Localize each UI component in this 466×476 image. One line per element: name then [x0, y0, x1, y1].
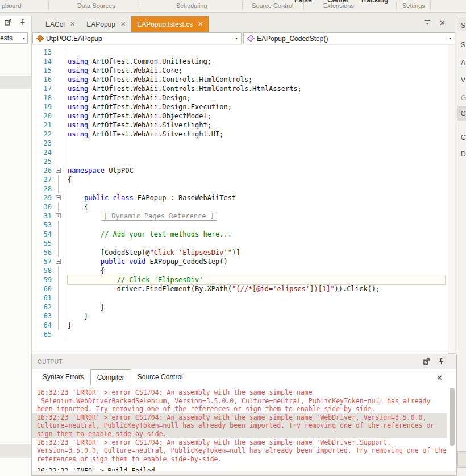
code-line: 23 — [32, 139, 455, 148]
code-token: EAPopup : BaseWebAiiTest — [134, 194, 236, 202]
right-rail-tab[interactable]: S — [461, 22, 465, 30]
gutter-separator — [64, 130, 64, 139]
tabstrip-close-icon[interactable]: ✕ — [439, 19, 446, 27]
line-number: 27 — [32, 175, 54, 184]
ribbon-separator — [396, 2, 397, 10]
document-tab[interactable]: EACol✕ — [40, 16, 81, 32]
output-tab-syntax-errors[interactable]: Syntax Errors — [36, 369, 90, 385]
code-line: 22using ArtOfTest.WebAii.Silverlight.UI; — [32, 130, 455, 139]
output-entry-error[interactable]: 16:32:23 'ERROR' > error CS1704: An asse… — [37, 388, 447, 413]
line-number: 53 — [32, 221, 54, 230]
gutter-separator — [64, 312, 64, 321]
fold-column — [54, 48, 64, 57]
code-token: ArtOfTest.WebAii.Silverlight.UI; — [92, 130, 223, 138]
document-tab[interactable]: EAPopup✕ — [81, 16, 131, 32]
right-rail-tab[interactable]: V — [461, 76, 465, 84]
fold-column — [54, 175, 64, 184]
gutter-separator — [64, 184, 64, 193]
output-tab-compiler[interactable]: Compiler — [90, 369, 131, 385]
code-text: [ Dynamic Pages Reference ] — [68, 212, 445, 221]
code-token: using — [68, 76, 92, 84]
line-number: 22 — [32, 130, 54, 139]
code-line: 56 [CodedStep(@"Click 'ElipsesDiv'")] — [32, 248, 455, 257]
fold-guide-line — [58, 248, 59, 257]
code-line: 19using ArtOfTest.WebAii.Design.Executio… — [32, 102, 455, 111]
gutter-separator — [64, 212, 64, 221]
gutter-separator — [64, 75, 64, 84]
fold-collapse-icon[interactable]: − — [56, 168, 61, 173]
chevron-down-icon: ▾ — [23, 36, 27, 41]
code-editor[interactable]: 1314using ArtOfTest.Common.UnitTesting;1… — [32, 45, 455, 364]
line-number: 60 — [32, 284, 54, 293]
fold-collapse-icon[interactable]: − — [56, 195, 61, 200]
line-number: 62 — [32, 303, 54, 312]
tests-dropdown[interactable]: ests ▾ — [0, 32, 28, 44]
code-text: using ArtOfTest.WebAii.Silverlight; — [68, 121, 445, 130]
code-token: using — [68, 94, 92, 102]
fold-column — [54, 57, 64, 66]
document-tab[interactable]: EAPopup.tstest.cs✕ — [131, 16, 209, 32]
output-entry-error[interactable]: 16:32:23 'ERROR' > error CS1704: An asse… — [32, 413, 447, 438]
tab-close-icon[interactable]: ✕ — [198, 20, 203, 28]
code-line: 53 — [32, 221, 455, 230]
code-line: 64} — [32, 321, 455, 330]
code-text — [68, 330, 445, 339]
right-rail-tab[interactable]: S — [461, 41, 465, 49]
fold-column — [54, 230, 64, 239]
output-entry-error[interactable]: 16:32:23 'ERROR' > error CS1704: An asse… — [37, 438, 447, 463]
code-text: using ArtOfTest.WebAii.Silverlight.UI; — [68, 130, 445, 139]
code-line: 14using ArtOfTest.Common.UnitTesting; — [32, 57, 455, 66]
code-text: using ArtOfTest.WebAii.Controls.HtmlCont… — [68, 75, 445, 84]
code-text: public void EAPopup_CodedStep() — [68, 257, 445, 266]
right-rail-tab[interactable]: C — [461, 110, 466, 118]
fold-expand-icon[interactable]: + — [56, 213, 61, 218]
tab-close-icon[interactable]: ✕ — [120, 20, 126, 28]
right-rail-tab[interactable]: A — [461, 59, 465, 67]
fold-column — [54, 303, 64, 312]
code-token: )] — [232, 249, 240, 256]
line-number: 13 — [32, 48, 54, 57]
tests-dropdown-value: ests — [0, 34, 23, 42]
line-number: 57 — [32, 257, 54, 266]
code-text: namespace UtpPOC — [68, 166, 445, 175]
code-token: { — [68, 267, 105, 275]
gutter-separator — [64, 230, 64, 239]
class-dropdown[interactable]: UtpPOC.EAPopup ▾ — [32, 32, 242, 44]
fold-collapse-icon[interactable]: − — [56, 259, 61, 264]
output-tab-source-control[interactable]: Source Control — [131, 369, 189, 385]
collapsed-region-box[interactable]: [ Dynamic Pages Reference ] — [101, 212, 217, 221]
line-number: 58 — [32, 266, 54, 275]
fold-guide-line — [58, 275, 59, 284]
output-entry-info[interactable]: 16:32:23 'INFO' > Build Failed — [37, 467, 447, 471]
code-line: 54 // Add your test methods here... — [32, 230, 455, 239]
ribbon-separator — [48, 2, 49, 10]
method-dropdown[interactable]: EAPopup_CodedStep() ▾ — [243, 32, 455, 44]
output-vertical-scrollbar[interactable] — [448, 386, 456, 470]
pin-icon[interactable] — [438, 358, 445, 365]
selected-list-item[interactable] — [0, 76, 31, 89]
gutter-separator — [64, 321, 64, 330]
output-scrollbar-thumb[interactable] — [450, 388, 455, 446]
line-number: 18 — [32, 93, 54, 102]
gutter-separator — [64, 166, 64, 175]
editor-vertical-scrollbar[interactable] — [448, 45, 455, 363]
code-text — [68, 239, 445, 248]
line-number: 14 — [32, 57, 54, 66]
tab-overflow-icon[interactable]: ▾ — [425, 20, 430, 27]
code-line: 62 } — [32, 303, 455, 312]
pin-icon[interactable] — [19, 18, 27, 26]
gutter-separator — [64, 93, 64, 102]
tab-close-icon[interactable]: ✕ — [70, 20, 75, 28]
code-text: } — [68, 303, 445, 312]
gutter-separator — [64, 57, 64, 66]
code-token: "(//*[@id='elipses'])[1]" — [232, 285, 335, 293]
right-rail-tab[interactable]: D — [461, 150, 466, 158]
output-close-icon[interactable]: ✕ — [436, 374, 443, 382]
right-rail-tab[interactable]: G — [461, 94, 466, 102]
code-line: 58 { — [32, 266, 455, 275]
right-rail-tab[interactable]: C — [461, 134, 466, 142]
code-line: 17using ArtOfTest.WebAii.Controls.HtmlCo… — [32, 84, 455, 93]
popout-icon[interactable] — [4, 18, 12, 26]
output-horizontal-scrollbar[interactable] — [32, 471, 456, 475]
popout-icon[interactable] — [423, 358, 430, 365]
